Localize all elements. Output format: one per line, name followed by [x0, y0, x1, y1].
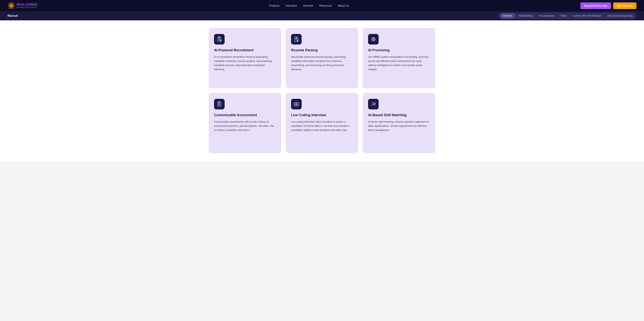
svg-point-43 [372, 102, 374, 104]
card-skill-matching: AI-Based Skill Matching AI-driven skill … [363, 93, 435, 153]
card-desc-2: Our HRMS system incorporates AI proctori… [368, 55, 430, 71]
svg-point-30 [373, 39, 374, 40]
card-desc-0: AI in recruitment streamlines hiring by … [214, 55, 276, 71]
logo-name: REALCODERZ [16, 3, 38, 6]
tab-mcq-coding[interactable]: MCQ And Coding Library [604, 13, 636, 18]
logo-icon [8, 2, 15, 9]
card-title-2: AI Proctoring [368, 48, 430, 52]
svg-line-9 [14, 3, 14, 3]
sub-nav: Recruit Workflow Skill Matching AI Compa… [0, 11, 644, 20]
card-icon-ai-recruitment: ✓ [214, 34, 224, 44]
card-desc-3: Customizable assessments with a built-in… [214, 120, 276, 132]
nav-about[interactable]: About Us [338, 4, 349, 7]
tab-workflow[interactable]: Workflow [500, 13, 515, 18]
card-icon-live-coding [291, 99, 302, 109]
svg-line-8 [14, 8, 14, 8]
svg-point-22 [296, 37, 297, 38]
card-ai-recruitment: ✓ AI-Powered Recruitment AI in recruitme… [209, 28, 281, 88]
get-free-trial-button[interactable]: Get Free Trial [613, 2, 636, 9]
main-content: ✓ AI-Powered Recruitment AI in recruitme… [0, 20, 644, 161]
logo-area: REALCODERZ Building Great Teams [8, 2, 38, 9]
card-title-4: Live Coding Interview [291, 113, 353, 117]
svg-text:⚡: ⚡ [297, 40, 298, 41]
navbar-actions: Request Demo Now Get Free Trial [580, 2, 636, 9]
navbar: REALCODERZ Building Great Teams Products… [0, 0, 644, 11]
checklist-icon [216, 101, 222, 107]
svg-point-2 [10, 4, 12, 7]
request-demo-button[interactable]: Request Demo Now [580, 2, 611, 9]
card-icon-ai-proctoring [368, 34, 378, 44]
resume-icon: ⚡ [294, 36, 299, 42]
svg-line-7 [8, 3, 9, 3]
card-title-3: Customizable Assessment [214, 113, 276, 117]
card-desc-4: Live coding interviews allow recruiters … [291, 120, 353, 132]
tab-skill-matching[interactable]: Skill Matching [516, 13, 536, 18]
logo-text: REALCODERZ Building Great Teams [16, 3, 38, 8]
nav-industries[interactable]: Industries [286, 4, 297, 7]
svg-line-27 [374, 38, 375, 38]
nav-resources[interactable]: Resources [319, 4, 332, 7]
svg-point-38 [296, 104, 297, 104]
cards-grid: ✓ AI-Powered Recruitment AI in recruitme… [209, 28, 435, 153]
card-ai-proctoring: AI Proctoring Our HRMS system incorporat… [363, 28, 435, 88]
card-title-0: AI-Powered Recruitment [214, 48, 276, 52]
svg-line-28 [374, 40, 375, 40]
card-resume-parsing: ⚡ Resume Parsing We provide advanced res… [286, 28, 358, 88]
tab-ai-comparison[interactable]: AI Comparison [536, 13, 557, 18]
live-code-icon [294, 101, 299, 107]
card-desc-5: AI-driven skill matching, ensures seamle… [368, 120, 430, 132]
nav-links: Products Industries Services Resources A… [269, 4, 349, 7]
sub-nav-title: Recruit [8, 14, 18, 17]
card-desc-1: We provide advanced resume parsing, auto… [291, 55, 353, 71]
card-title-1: Resume Parsing [291, 48, 353, 52]
tab-custom-offer[interactable]: Custom Offer And Preboard [570, 13, 604, 18]
card-live-coding: Live Coding Interview Live coding interv… [286, 93, 358, 153]
svg-text:✓: ✓ [220, 40, 221, 41]
nav-services[interactable]: Services [303, 4, 313, 7]
nav-products[interactable]: Products [269, 4, 280, 7]
ai-brain-icon [370, 36, 376, 42]
card-icon-resume-parsing: ⚡ [291, 34, 302, 44]
clipboard-icon: ✓ [216, 36, 222, 42]
logo-tagline: Building Great Teams [16, 6, 38, 8]
tab-check[interactable]: Check [557, 13, 570, 18]
card-customizable-assessment: Customizable Assessment Customizable ass… [209, 93, 281, 153]
sub-nav-tabs: Workflow Skill Matching AI Comparison Ch… [499, 12, 636, 19]
skill-match-icon [370, 101, 376, 107]
card-icon-assessment [214, 99, 224, 109]
card-icon-skill-matching [368, 99, 378, 109]
svg-line-10 [8, 8, 9, 8]
card-title-5: AI-Based Skill Matching [368, 113, 430, 117]
